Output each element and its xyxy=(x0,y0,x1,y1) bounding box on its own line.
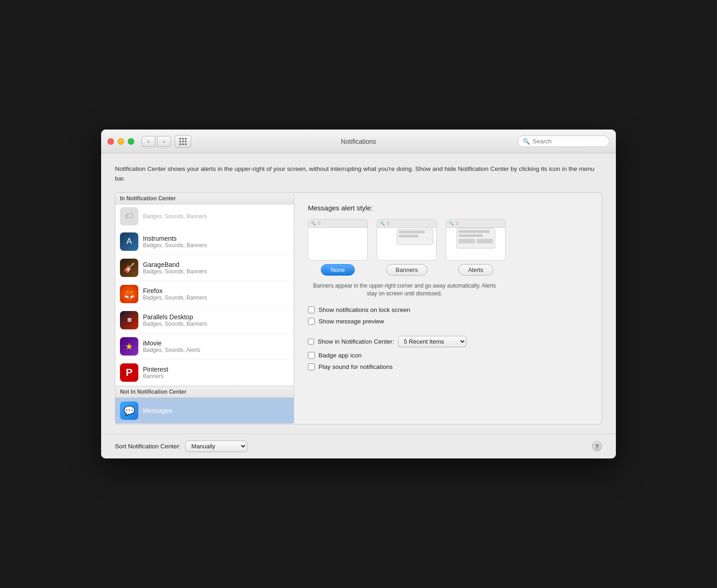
preview-list-icon: ☰ xyxy=(455,221,459,226)
alert-preview-inner xyxy=(456,228,495,249)
app-icon: 🏷 xyxy=(120,207,138,226)
list-item[interactable]: A Instruments Badges, Sounds, Banners xyxy=(115,229,294,255)
alert-option-alerts[interactable]: 🔍 ☰ Ale xyxy=(446,219,506,276)
main-area: In Notification Center 🏷 Badges, Sounds,… xyxy=(115,192,602,424)
list-item[interactable]: 🏷 Badges, Sounds, Banners xyxy=(115,204,294,229)
alerts-preview: 🔍 ☰ xyxy=(446,219,506,260)
list-item[interactable]: 🎸 GarageBand Badges, Sounds, Banners xyxy=(115,255,294,281)
sort-label: Sort Notification Center: xyxy=(115,443,181,450)
alert-option-banners[interactable]: 🔍 ☰ Banners xyxy=(377,219,437,276)
alert-options: 🔍 ☰ None 🔍 ☰ xyxy=(308,219,588,276)
app-info: Firefox Badges, Sounds, Banners xyxy=(143,287,207,301)
preview-line xyxy=(459,234,483,237)
alert-mini-btn xyxy=(459,239,475,243)
message-preview-checkbox[interactable] xyxy=(308,318,315,325)
app-subtitle: Badges, Sounds, Banners xyxy=(143,242,207,249)
parallels-icon: ⊞ xyxy=(120,311,138,329)
play-sound-row: Play sound for notifications xyxy=(308,363,588,370)
lock-screen-label: Show notifications on lock screen xyxy=(319,306,410,313)
lock-screen-checkbox[interactable] xyxy=(308,306,315,313)
banner-preview-inner xyxy=(397,229,433,245)
app-name: Messages xyxy=(143,407,172,414)
firefox-icon: 🦊 xyxy=(120,285,138,303)
description-text: Notification Center shows your alerts in… xyxy=(115,164,602,183)
list-item[interactable]: 💬 Messages xyxy=(115,398,294,424)
close-button[interactable] xyxy=(108,138,114,145)
preview-search-icon: 🔍 xyxy=(380,221,385,226)
search-bar[interactable]: 🔍 xyxy=(518,136,609,147)
titlebar: ‹ › Notifications 🔍 xyxy=(101,130,616,153)
grid-view-button[interactable] xyxy=(175,135,191,148)
none-button[interactable]: None xyxy=(321,264,354,276)
preview-list-icon: ☰ xyxy=(387,221,390,226)
play-sound-label: Play sound for notifications xyxy=(319,363,393,370)
pinterest-icon: P xyxy=(120,363,138,382)
message-preview-row: Show message preview xyxy=(308,318,588,325)
lock-screen-row: Show notifications on lock screen xyxy=(308,306,588,313)
preview-line xyxy=(399,235,418,237)
content-area: Notification Center shows your alerts in… xyxy=(101,153,616,434)
preview-search-icon: 🔍 xyxy=(449,221,454,226)
help-button[interactable]: ? xyxy=(592,441,602,451)
preview-list-icon: ☰ xyxy=(318,221,321,226)
list-item[interactable]: ⊞ Parallels Desktop Badges, Sounds, Bann… xyxy=(115,307,294,334)
maximize-button[interactable] xyxy=(128,138,134,145)
app-info: Pinterest Banners xyxy=(143,366,168,379)
app-name: Pinterest xyxy=(143,366,168,373)
settings-panel: Messages alert style: 🔍 ☰ None xyxy=(294,192,602,424)
app-subtitle: Badges, Sounds, Banners xyxy=(143,213,207,220)
banners-preview: 🔍 ☰ xyxy=(377,219,437,260)
show-in-nc-checkbox[interactable] xyxy=(308,339,314,345)
minimize-button[interactable] xyxy=(118,138,124,145)
main-window: ‹ › Notifications 🔍 Notification Center … xyxy=(101,130,616,458)
app-list-panel: In Notification Center 🏷 Badges, Sounds,… xyxy=(115,192,294,424)
preview-line xyxy=(459,230,490,233)
preview-bar: 🔍 ☰ xyxy=(446,220,505,228)
forward-button[interactable]: › xyxy=(157,136,171,147)
garageband-icon: 🎸 xyxy=(120,259,138,277)
list-item[interactable]: ★ iMovie Badges, Sounds, Alerts xyxy=(115,334,294,360)
alert-description: Banners appear in the upper-right corner… xyxy=(308,282,501,298)
banners-button[interactable]: Banners xyxy=(386,264,427,276)
preview-search-icon: 🔍 xyxy=(311,221,316,226)
bottom-bar: Sort Notification Center: Manually By Ti… xyxy=(101,434,616,458)
nav-buttons: ‹ › xyxy=(142,136,171,147)
app-subtitle: Badges, Sounds, Banners xyxy=(143,294,207,301)
alert-option-none[interactable]: 🔍 ☰ None xyxy=(308,219,368,276)
app-name: iMovie xyxy=(143,339,200,347)
message-preview-label: Show message preview xyxy=(319,318,384,325)
app-name: Instruments xyxy=(143,235,207,242)
app-name: Firefox xyxy=(143,287,207,294)
none-preview: 🔍 ☰ xyxy=(308,219,368,260)
in-notification-center-header: In Notification Center xyxy=(115,193,294,204)
search-input[interactable] xyxy=(533,138,604,145)
notification-center-select[interactable]: 1 Recent Item 5 Recent Items 10 Recent I… xyxy=(398,336,467,347)
sort-select[interactable]: Manually By Time Alphabetically xyxy=(185,441,247,452)
app-subtitle: Banners xyxy=(143,373,168,379)
play-sound-checkbox[interactable] xyxy=(308,363,315,370)
list-item[interactable]: P Pinterest Banners xyxy=(115,360,294,386)
alert-btn-row xyxy=(459,239,493,243)
app-info: Parallels Desktop Badges, Sounds, Banner… xyxy=(143,313,207,327)
traffic-lights xyxy=(108,138,134,145)
messages-icon: 💬 xyxy=(120,401,138,420)
app-info: Instruments Badges, Sounds, Banners xyxy=(143,235,207,249)
list-item[interactable]: 🦊 Firefox Badges, Sounds, Banners xyxy=(115,281,294,307)
back-button[interactable]: ‹ xyxy=(142,136,155,147)
preview-line xyxy=(399,231,425,233)
alert-style-label: Messages alert style: xyxy=(308,204,588,212)
badge-app-icon-checkbox[interactable] xyxy=(308,352,315,359)
app-info: iMovie Badges, Sounds, Alerts xyxy=(143,339,200,353)
preview-bar: 🔍 ☰ xyxy=(308,220,367,228)
alerts-button[interactable]: Alerts xyxy=(458,264,493,276)
grid-icon xyxy=(179,138,187,145)
notification-center-row: Show in Notification Center: 1 Recent It… xyxy=(308,336,588,347)
app-info: Badges, Sounds, Banners xyxy=(143,213,207,220)
app-subtitle: Badges, Sounds, Banners xyxy=(143,321,207,327)
search-icon: 🔍 xyxy=(523,138,530,145)
app-info: GarageBand Badges, Sounds, Banners xyxy=(143,261,207,275)
preview-bar: 🔍 ☰ xyxy=(377,220,436,228)
app-name: Parallels Desktop xyxy=(143,313,207,321)
instruments-icon: A xyxy=(120,232,138,251)
badge-app-icon-label: Badge app icon xyxy=(319,352,362,359)
